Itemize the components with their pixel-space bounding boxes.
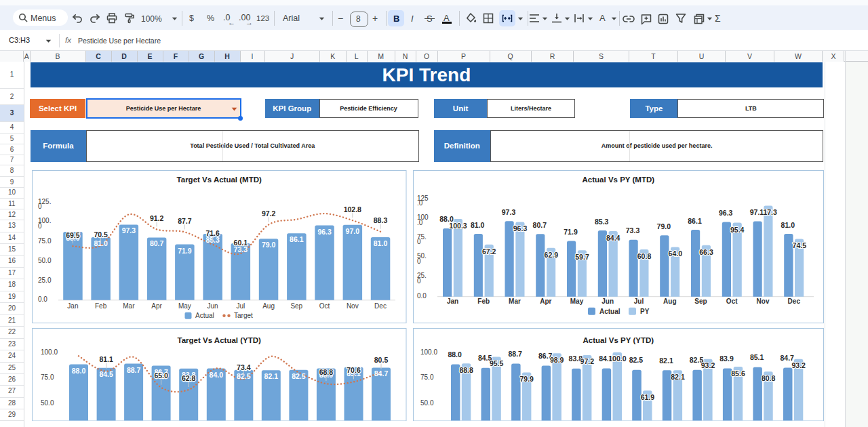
svg-text:Actual Vs PY (YTD): Actual Vs PY (YTD) [583,336,654,344]
svg-text:75.0: 75.0 [38,237,52,245]
svg-text:0: 0 [417,277,421,285]
svg-text:102.8: 102.8 [344,205,361,214]
svg-text:Sep: Sep [290,302,302,310]
svg-text:80.5: 80.5 [374,356,389,364]
svg-text:96.3: 96.3 [317,228,332,236]
svg-text:69.5: 69.5 [66,231,80,239]
svg-text:86.1: 86.1 [688,217,702,225]
svg-text:Jan: Jan [447,298,458,305]
svg-text:.0: .0 [417,219,423,226]
svg-text:88.7: 88.7 [508,350,522,358]
svg-text:Target Vs Actual (MTD): Target Vs Actual (MTD) [177,176,262,184]
svg-text:66.3: 66.3 [699,248,713,256]
svg-text:Sep: Sep [694,298,707,305]
svg-text:Feb: Feb [95,302,107,310]
svg-text:Jul: Jul [236,302,245,310]
svg-text:75.0: 75.0 [420,373,434,381]
svg-text:82.5: 82.5 [292,371,306,380]
svg-text:50.0: 50.0 [420,399,434,406]
svg-text:Jul: Jul [634,298,644,305]
svg-text:85.1: 85.1 [750,353,764,361]
svg-text:Oct: Oct [726,298,738,305]
svg-text:95.5: 95.5 [490,359,504,367]
svg-text:82.1: 82.1 [671,372,685,380]
svg-text:May: May [570,298,584,305]
svg-text:85.3: 85.3 [595,218,609,226]
svg-text:97.0: 97.0 [346,227,360,235]
svg-text:84.7: 84.7 [374,369,389,378]
svg-text:50.0: 50.0 [38,257,52,264]
svg-text:82.1: 82.1 [264,372,279,380]
svg-text:88.8: 88.8 [459,365,473,373]
svg-text:91.2: 91.2 [150,214,164,222]
svg-text:Apr: Apr [540,298,551,305]
svg-text:Aug: Aug [663,298,676,305]
svg-text:0: 0 [417,258,421,265]
svg-text:Nov: Nov [757,298,770,305]
svg-text:84.4: 84.4 [606,234,620,242]
svg-text:100.3: 100.3 [449,222,467,230]
svg-text:88.0: 88.0 [72,366,86,374]
svg-text:Jun: Jun [208,302,218,310]
svg-text:Actual: Actual [599,308,620,315]
svg-text:75.0: 75.0 [41,373,54,381]
svg-text:97.3: 97.3 [122,226,136,235]
svg-text:97.3: 97.3 [502,208,516,216]
svg-text:PY: PY [640,308,650,315]
svg-text:Jun: Jun [601,298,614,305]
svg-text:79.9: 79.9 [519,375,534,383]
svg-text:67.2: 67.2 [482,247,496,256]
svg-text:98.9: 98.9 [550,355,564,363]
svg-text:Actual: Actual [195,312,214,319]
svg-text:68.8: 68.8 [319,367,334,375]
svg-text:80.7: 80.7 [150,239,164,247]
svg-text:80.7: 80.7 [533,221,547,229]
svg-text:81.0: 81.0 [471,221,485,229]
svg-text:70.5: 70.5 [94,230,108,239]
svg-text:65.0: 65.0 [154,371,168,380]
svg-text:117.3: 117.3 [760,208,777,216]
svg-text:0.0: 0.0 [38,296,47,303]
svg-text:95.4: 95.4 [730,226,745,234]
svg-text:88.0: 88.0 [448,350,462,359]
svg-text:59.7: 59.7 [575,253,589,261]
svg-text:Target Vs Actual (YTD): Target Vs Actual (YTD) [178,336,261,344]
svg-text:88.7: 88.7 [127,365,141,373]
svg-text:0: 0 [38,203,42,210]
svg-text:81.0: 81.0 [781,221,795,229]
svg-text:84.7: 84.7 [780,353,794,361]
svg-text:80.8: 80.8 [762,373,776,382]
svg-text:Feb: Feb [477,298,490,305]
svg-text:Apr: Apr [151,302,162,310]
svg-text:62.8: 62.8 [182,373,196,382]
svg-text:84.5: 84.5 [99,369,113,378]
svg-text:71.6: 71.6 [205,229,220,237]
svg-text:.0: .0 [417,199,423,207]
svg-text:93.2: 93.2 [791,361,806,369]
svg-text:0: 0 [38,222,42,230]
svg-text:0: 0 [417,238,421,245]
svg-text:Nov: Nov [347,302,359,310]
svg-text:60.8: 60.8 [637,252,652,260]
svg-text:Target: Target [234,312,253,319]
svg-text:85.6: 85.6 [731,369,745,377]
svg-text:60.1: 60.1 [234,239,248,247]
svg-text:84.0: 84.0 [210,370,224,378]
svg-text:74.5: 74.5 [793,241,807,249]
svg-text:83.9: 83.9 [719,354,734,363]
svg-text:81.1: 81.1 [99,355,113,363]
svg-text:96.3: 96.3 [719,209,733,217]
svg-text:62.9: 62.9 [545,251,559,259]
svg-text:73.3: 73.3 [626,226,640,235]
svg-text:73.4: 73.4 [237,363,251,371]
svg-text:82.5: 82.5 [629,356,644,364]
svg-text:Oct: Oct [319,302,330,310]
svg-text:Mar: Mar [123,302,135,310]
svg-text:71.9: 71.9 [564,228,578,236]
svg-text:86.1: 86.1 [290,235,304,243]
svg-text:Mar: Mar [509,298,521,305]
svg-text:Dec: Dec [788,298,801,305]
svg-text:71.9: 71.9 [178,247,192,255]
svg-text:100.0: 100.0 [608,354,626,363]
svg-text:Jan: Jan [67,302,78,310]
